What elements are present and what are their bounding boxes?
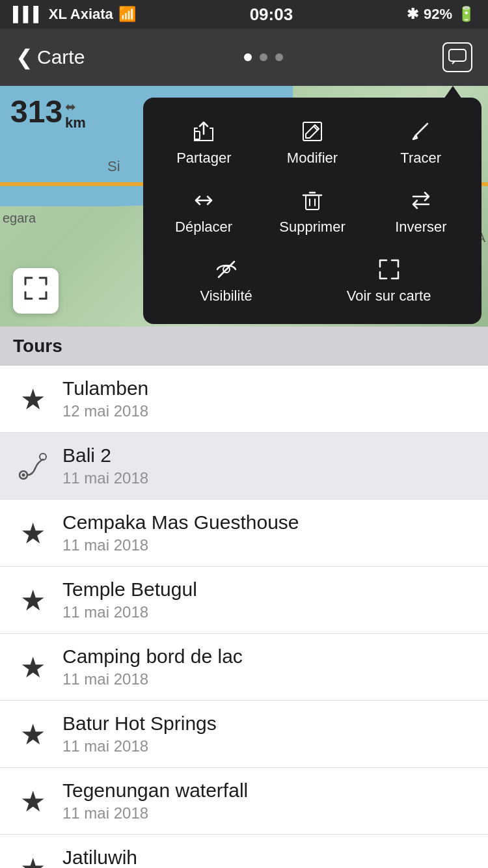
list-item[interactable]: ★ Temple Betugul 11 mai 2018 xyxy=(0,567,488,634)
map-distance-unit: km xyxy=(65,115,86,131)
list-header-text: Tours xyxy=(13,336,62,356)
supprimer-label: Supprimer xyxy=(279,219,345,236)
trash-icon xyxy=(301,189,324,212)
popup-row-3: Visibilité Voir sur carte xyxy=(150,249,475,314)
bluetooth-icon: ✱ xyxy=(407,6,418,23)
list-item-text: Jatiluwih 7 mai 2018 xyxy=(62,847,140,868)
map-expand-button[interactable] xyxy=(13,268,59,314)
list-item-text: Temple Betugul 11 mai 2018 xyxy=(62,578,197,621)
eye-off-icon xyxy=(215,258,238,281)
popup-modifier[interactable]: Modifier xyxy=(267,111,358,176)
visibilite-label: Visibilité xyxy=(200,288,252,305)
list-item-date: 11 mai 2018 xyxy=(62,670,243,688)
list-item[interactable]: ★ Jatiluwih 7 mai 2018 xyxy=(0,835,488,868)
dot-1 xyxy=(244,53,252,61)
dot-3 xyxy=(275,53,283,61)
list-item-name: Tegenungan waterfall xyxy=(62,780,248,802)
expand-icon xyxy=(23,275,49,306)
map-distance-display: 313 ⬌ km xyxy=(10,96,86,131)
map-label-si: Si xyxy=(107,158,120,175)
list-item-name: Camping bord de lac xyxy=(62,645,243,668)
edit-icon xyxy=(301,120,324,143)
swap-icon xyxy=(409,189,433,212)
map-distance-value: 313 xyxy=(10,96,62,128)
list-item-name: Temple Betugul xyxy=(62,578,197,601)
list-item-name: Cempaka Mas Guesthouse xyxy=(62,511,299,534)
popup-partager[interactable]: Partager xyxy=(158,111,249,176)
list-item-text: Bali 2 11 mai 2018 xyxy=(62,444,148,487)
popup-row-2: Déplacer Supprimer Inverser xyxy=(150,180,475,245)
list-item[interactable]: ★ Batur Hot Springs 11 mai 2018 xyxy=(0,701,488,768)
list-item-date: 11 mai 2018 xyxy=(62,469,148,487)
list-item[interactable]: ★ Tegenungan waterfall 11 mai 2018 xyxy=(0,768,488,835)
popup-row-1: Partager Modifier Tracer xyxy=(150,111,475,176)
star-icon: ★ xyxy=(13,580,52,619)
list-item-name: Jatiluwih xyxy=(62,847,140,868)
list-item-date: 11 mai 2018 xyxy=(62,737,217,755)
popup-deplacer[interactable]: Déplacer xyxy=(158,180,249,245)
route-icon xyxy=(13,446,52,485)
svg-rect-1 xyxy=(195,131,200,139)
svg-point-12 xyxy=(22,474,25,477)
list-item-text: Camping bord de lac 11 mai 2018 xyxy=(62,645,243,688)
popup-inverser[interactable]: Inverser xyxy=(375,180,467,245)
popup-voir-sur-carte[interactable]: Voir sur carte xyxy=(334,249,444,314)
star-icon: ★ xyxy=(13,513,52,552)
trace-icon xyxy=(409,120,433,143)
back-button[interactable]: ❮ Carte xyxy=(16,45,85,70)
status-left: ▌▌▌ XL Axiata 📶 xyxy=(13,6,136,23)
page-dots xyxy=(244,53,283,61)
svg-line-10 xyxy=(219,262,234,277)
svg-rect-5 xyxy=(306,195,319,210)
nav-bar: ❮ Carte xyxy=(0,29,488,86)
status-bar: ▌▌▌ XL Axiata 📶 09:03 ✱ 92% 🔋 xyxy=(0,0,488,29)
message-button[interactable] xyxy=(442,42,472,72)
move-icon xyxy=(192,189,215,212)
list-item-text: Batur Hot Springs 11 mai 2018 xyxy=(62,712,217,755)
inverser-label: Inverser xyxy=(395,219,446,236)
star-icon: ★ xyxy=(13,714,52,753)
carrier-label: XL Axiata xyxy=(49,6,113,23)
list-item[interactable]: Bali 2 11 mai 2018 xyxy=(0,433,488,500)
map-area: 313 ⬌ km Si Pup egara A xyxy=(0,86,488,327)
map-label-egara: egara xyxy=(0,211,36,226)
signal-icon: ▌▌▌ xyxy=(13,6,44,23)
back-label: Carte xyxy=(37,46,85,68)
popup-tracer[interactable]: Tracer xyxy=(375,111,467,176)
wifi-icon: 📶 xyxy=(118,6,136,23)
list-item-date: 12 mai 2018 xyxy=(62,402,148,420)
modifier-label: Modifier xyxy=(287,150,338,167)
list-item-date: 11 mai 2018 xyxy=(62,536,299,554)
list-item-text: Tegenungan waterfall 11 mai 2018 xyxy=(62,780,248,822)
status-right: ✱ 92% 🔋 xyxy=(407,6,475,23)
battery-percent: 92% xyxy=(424,6,452,23)
voir-sur-carte-label: Voir sur carte xyxy=(347,288,431,305)
list-item-name: Bali 2 xyxy=(62,444,148,467)
expand-icon xyxy=(377,258,401,281)
distance-icon: ⬌ xyxy=(65,99,76,115)
share-icon xyxy=(192,120,215,143)
partager-label: Partager xyxy=(176,150,231,167)
list-item-name: Batur Hot Springs xyxy=(62,712,217,735)
list-item-date: 11 mai 2018 xyxy=(62,804,248,822)
list-header: Tours xyxy=(0,327,488,366)
list-section: Tours ★ Tulamben 12 mai 2018 Bali 2 11 m… xyxy=(0,327,488,868)
popup-visibilite[interactable]: Visibilité xyxy=(181,249,272,314)
list-item[interactable]: ★ Tulamben 12 mai 2018 xyxy=(0,366,488,433)
popup-menu: Partager Modifier Tracer xyxy=(143,98,481,324)
popup-arrow xyxy=(444,86,462,99)
list-item-name: Tulamben xyxy=(62,377,148,400)
list-container: ★ Tulamben 12 mai 2018 Bali 2 11 mai 201… xyxy=(0,366,488,868)
list-item[interactable]: ★ Camping bord de lac 11 mai 2018 xyxy=(0,634,488,701)
chevron-left-icon: ❮ xyxy=(16,45,33,70)
status-time: 09:03 xyxy=(250,5,293,25)
star-icon: ★ xyxy=(13,781,52,821)
list-item[interactable]: ★ Cempaka Mas Guesthouse 11 mai 2018 xyxy=(0,500,488,567)
tracer-label: Tracer xyxy=(400,150,441,167)
star-icon: ★ xyxy=(13,647,52,686)
popup-supprimer[interactable]: Supprimer xyxy=(266,180,358,245)
dot-2 xyxy=(260,53,267,61)
message-icon xyxy=(448,49,467,66)
list-item-text: Tulamben 12 mai 2018 xyxy=(62,377,148,420)
list-item-date: 11 mai 2018 xyxy=(62,603,197,621)
